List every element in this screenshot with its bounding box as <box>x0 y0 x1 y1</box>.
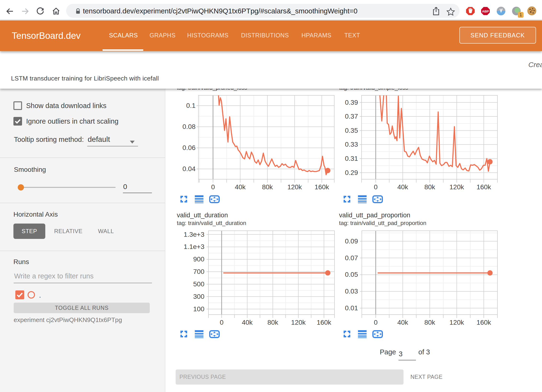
svg-text:0: 0 <box>211 183 215 191</box>
svg-text:100: 100 <box>193 305 204 313</box>
svg-text:0.09: 0.09 <box>345 237 358 245</box>
svg-text:80k: 80k <box>424 183 435 191</box>
svg-text:0.07: 0.07 <box>345 254 358 262</box>
svg-text:0.04: 0.04 <box>183 165 196 173</box>
svg-text:0.05: 0.05 <box>345 271 358 278</box>
svg-text:120k: 120k <box>291 319 306 326</box>
svg-text:40k: 40k <box>235 183 246 191</box>
svg-text:0.37: 0.37 <box>345 113 358 120</box>
svg-text:0.33: 0.33 <box>345 141 358 148</box>
svg-text:80k: 80k <box>262 183 273 191</box>
svg-text:160k: 160k <box>317 319 332 326</box>
svg-text:0.39: 0.39 <box>345 99 358 106</box>
svg-text:1.1e+3: 1.1e+3 <box>184 243 204 250</box>
svg-text:ABP: ABP <box>482 10 489 13</box>
svg-text:700: 700 <box>193 268 204 275</box>
svg-text:0.08: 0.08 <box>183 123 196 130</box>
svg-text:80k: 80k <box>424 319 435 326</box>
svg-text:0: 0 <box>374 319 378 326</box>
svg-text:0.31: 0.31 <box>345 155 358 162</box>
svg-text:0: 0 <box>374 183 378 191</box>
svg-text:0.01: 0.01 <box>345 304 358 312</box>
svg-text:120k: 120k <box>287 183 302 191</box>
svg-text:500: 500 <box>193 280 204 288</box>
svg-text:80k: 80k <box>267 319 278 326</box>
svg-text:0.29: 0.29 <box>345 169 358 176</box>
svg-text:120k: 120k <box>450 319 464 326</box>
svg-text:0.1: 0.1 <box>186 102 196 109</box>
svg-text:0.03: 0.03 <box>345 288 358 295</box>
svg-text:300: 300 <box>193 293 204 300</box>
svg-text:120k: 120k <box>450 183 464 191</box>
svg-text:160k: 160k <box>315 183 329 191</box>
svg-text:900: 900 <box>193 255 204 263</box>
svg-text:40k: 40k <box>397 319 408 326</box>
svg-text:0: 0 <box>220 319 224 326</box>
svg-text:1.3e+3: 1.3e+3 <box>184 231 204 238</box>
svg-text:160k: 160k <box>477 319 491 326</box>
svg-text:0.06: 0.06 <box>183 144 196 151</box>
svg-text:160k: 160k <box>477 183 491 191</box>
svg-text:40k: 40k <box>242 319 253 326</box>
svg-text:1: 1 <box>519 12 522 17</box>
svg-text:40k: 40k <box>397 183 408 191</box>
svg-text:0.35: 0.35 <box>345 127 358 134</box>
